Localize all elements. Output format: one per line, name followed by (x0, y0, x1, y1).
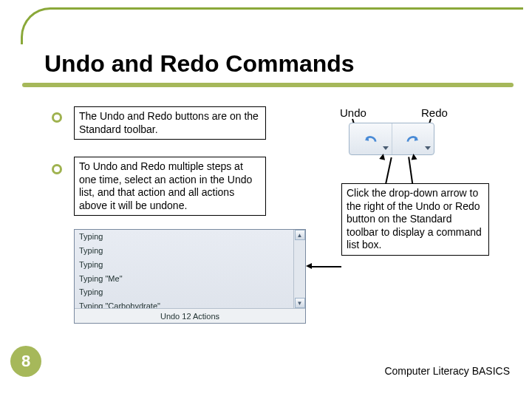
scroll-up-button[interactable]: ▲ (295, 230, 305, 240)
arrowhead-icon (379, 153, 386, 160)
list-item[interactable]: Typing "Carbohydrate" (75, 299, 305, 308)
redo-button[interactable] (392, 123, 434, 154)
slide-corner-accent (21, 7, 523, 44)
bullet-text-1: The Undo and Redo buttons are on the Sta… (74, 106, 266, 140)
undo-arrow-icon (362, 132, 378, 146)
title-underline (22, 83, 514, 87)
undo-history-status: Undo 12 Actions (75, 308, 305, 323)
dropdown-triangle-icon[interactable] (425, 146, 431, 150)
arrowhead-icon (410, 153, 417, 160)
redo-arrow-icon (405, 132, 421, 146)
list-item[interactable]: Typing (75, 230, 305, 244)
bullet-text-2: To Undo and Redo multiple steps at one t… (74, 157, 266, 216)
scroll-down-button[interactable]: ▼ (295, 298, 305, 308)
pointer-line (309, 266, 341, 267)
undo-button[interactable] (349, 123, 392, 154)
undo-history-listbox: Typing Typing Typing Typing "Me" Typing … (74, 229, 306, 324)
list-item[interactable]: Typing (75, 244, 305, 258)
footer-text: Computer Literacy BASICS (384, 365, 510, 377)
bullet-icon (52, 164, 62, 174)
slide-title: Undo and Redo Commands (44, 50, 355, 78)
scrollbar[interactable]: ▲ ▼ (293, 230, 305, 308)
undo-history-items[interactable]: Typing Typing Typing Typing "Me" Typing … (75, 230, 305, 308)
page-number-badge: 8 (10, 346, 41, 377)
redo-label: Redo (421, 106, 448, 119)
dropdown-triangle-icon[interactable] (383, 146, 389, 150)
list-item[interactable]: Typing (75, 285, 305, 299)
arrowhead-icon (306, 263, 312, 269)
bullet-icon (52, 112, 62, 123)
dropdown-callout: Click the drop-down arrow to the right o… (341, 183, 489, 256)
list-item[interactable]: Typing (75, 258, 305, 272)
list-item[interactable]: Typing "Me" (75, 272, 305, 286)
undo-redo-toolbar (349, 123, 434, 155)
undo-label: Undo (340, 106, 366, 119)
